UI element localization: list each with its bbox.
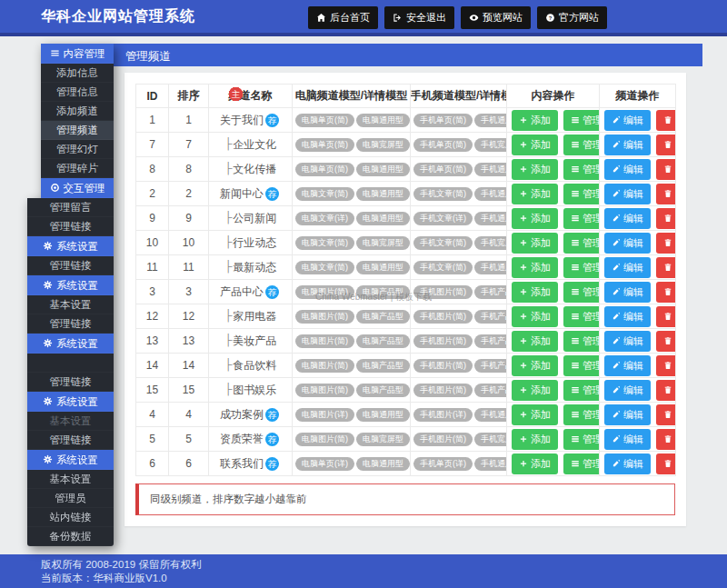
sidebar-item-16[interactable]	[27, 354, 114, 373]
delete-channel-button[interactable]: 删除	[656, 159, 676, 180]
delete-channel-button[interactable]: 删除	[656, 110, 676, 131]
add-content-button[interactable]: 添加	[512, 404, 558, 425]
delete-channel-button[interactable]: 删除	[656, 282, 676, 303]
sidebar-item-14[interactable]: 管理链接	[27, 314, 114, 334]
add-content-button[interactable]: 添加	[512, 208, 558, 229]
sidebar-item-9[interactable]: 管理链接	[27, 217, 114, 236]
edit-channel-button[interactable]: 编辑	[604, 331, 651, 352]
sidebar-section-15[interactable]: 系统设置	[27, 334, 114, 354]
manage-content-button[interactable]: 管理	[563, 380, 600, 401]
cell-pc-models: 电脑单页(简)电脑通用型	[293, 157, 411, 182]
manage-content-button[interactable]: 管理	[563, 135, 600, 155]
sidebar-item-17[interactable]: 管理链接	[27, 373, 114, 392]
manage-content-button[interactable]: 管理	[563, 331, 600, 352]
sidebar-item-24[interactable]: 站内链接	[27, 508, 114, 527]
delete-channel-button[interactable]: 删除	[656, 306, 676, 327]
sidebar-item-2[interactable]: 管理信息	[41, 83, 114, 102]
add-content-button[interactable]: 添加	[512, 306, 558, 327]
sidebar-item-1[interactable]: 添加信息	[41, 64, 114, 83]
delete-channel-button[interactable]: 删除	[656, 429, 676, 450]
sidebar-section-10[interactable]: 系统设置	[27, 236, 114, 256]
sidebar-item-22[interactable]: 基本设置	[27, 470, 114, 489]
add-content-button[interactable]: 添加	[512, 135, 558, 155]
cell-mobile-models: 手机图片(简)手机产品型	[411, 280, 507, 304]
pc-model-pill: 电脑文章(简)	[295, 261, 354, 274]
column-header: 排序	[169, 85, 209, 108]
delete-channel-button[interactable]: 删除	[656, 453, 676, 474]
edit-channel-button[interactable]: 编辑	[604, 208, 651, 229]
manage-content-button[interactable]: 管理	[563, 184, 600, 204]
sidebar-section-0[interactable]: 内容管理	[41, 44, 114, 64]
sidebar-item-8[interactable]: 管理留言	[27, 198, 114, 217]
manage-content-button[interactable]: 管理	[563, 429, 600, 450]
topnav-official-button[interactable]: ?官方网站	[537, 6, 607, 29]
add-content-button[interactable]: 添加	[512, 453, 558, 474]
edit-channel-button[interactable]: 编辑	[604, 380, 651, 401]
manage-content-button[interactable]: 管理	[563, 208, 600, 229]
cell-pc-models: 电脑单页(简)电脑通用型	[293, 108, 411, 133]
edit-channel-button[interactable]: 编辑	[604, 257, 651, 278]
add-content-button[interactable]: 添加	[512, 184, 558, 204]
manage-content-button[interactable]: 管理	[563, 404, 600, 425]
mobile-model-pill: 手机宽屏型	[474, 236, 507, 250]
topnav-preview-button[interactable]: 预览网站	[461, 6, 531, 29]
sidebar-item-5[interactable]: 管理幻灯	[41, 140, 114, 159]
delete-channel-button[interactable]: 删除	[656, 257, 676, 278]
sidebar-item-3[interactable]: 添加频道	[41, 102, 114, 121]
manage-content-button[interactable]: 管理	[563, 233, 600, 254]
delete-channel-button[interactable]: 删除	[656, 208, 676, 229]
trash-icon	[663, 385, 672, 394]
add-content-button[interactable]: 添加	[512, 355, 558, 376]
edit-channel-button[interactable]: 编辑	[604, 282, 651, 303]
delete-channel-button[interactable]: 删除	[656, 135, 676, 155]
edit-channel-button[interactable]: 编辑	[604, 453, 651, 474]
delete-channel-button[interactable]: 删除	[656, 355, 676, 376]
add-content-button[interactable]: 添加	[512, 331, 558, 352]
sidebar-item-23[interactable]: 管理员	[27, 489, 114, 508]
edit-channel-button[interactable]: 编辑	[604, 159, 651, 180]
sidebar-item-6[interactable]: 管理碎片	[41, 159, 114, 178]
manage-content-button[interactable]: 管理	[563, 453, 600, 474]
sidebar-item-4[interactable]: 管理频道	[41, 121, 114, 140]
manage-content-button[interactable]: 管理	[563, 282, 600, 303]
manage-content-button[interactable]: 管理	[563, 355, 600, 376]
add-content-button[interactable]: 添加	[512, 233, 558, 254]
sidebar-section-18[interactable]: 系统设置	[27, 392, 114, 412]
edit-channel-button[interactable]: 编辑	[604, 404, 651, 425]
add-content-button[interactable]: 添加	[512, 282, 558, 303]
add-content-button[interactable]: 添加	[512, 257, 558, 278]
edit-channel-button[interactable]: 编辑	[604, 135, 651, 155]
delete-channel-button[interactable]: 删除	[656, 184, 676, 204]
edit-channel-button[interactable]: 编辑	[604, 355, 651, 376]
delete-channel-button[interactable]: 删除	[656, 380, 676, 401]
sidebar-item-20[interactable]: 管理链接	[27, 431, 114, 450]
sidebar-item-13[interactable]: 基本设置	[27, 295, 114, 314]
delete-channel-button[interactable]: 删除	[656, 233, 676, 254]
sidebar-item-19[interactable]: 基本设置	[27, 412, 114, 431]
add-content-button[interactable]: 添加	[512, 429, 558, 450]
cell-channel-name: ├图书娱乐	[209, 378, 293, 403]
manage-content-button[interactable]: 管理	[563, 159, 600, 180]
sidebar-section-7[interactable]: 交互管理	[41, 178, 114, 198]
sidebar-section-12[interactable]: 系统设置	[27, 275, 114, 295]
channel-name: 资质荣誉	[220, 433, 264, 445]
edit-channel-button[interactable]: 编辑	[604, 233, 651, 254]
manage-content-button[interactable]: 管理	[563, 306, 600, 327]
manage-content-button[interactable]: 管理	[563, 257, 600, 278]
topnav-home-button[interactable]: 后台首页	[308, 6, 378, 29]
sidebar-item-11[interactable]: 管理链接	[27, 256, 114, 275]
sidebar-section-21[interactable]: 系统设置	[27, 450, 114, 470]
delete-channel-button[interactable]: 删除	[656, 404, 676, 425]
add-content-button[interactable]: 添加	[512, 159, 558, 180]
topnav-logout-button[interactable]: 安全退出	[384, 6, 454, 29]
edit-channel-button[interactable]: 编辑	[604, 184, 651, 204]
delete-channel-button[interactable]: 删除	[656, 331, 676, 352]
edit-channel-button[interactable]: 编辑	[604, 110, 651, 131]
manage-content-button[interactable]: 管理	[563, 110, 600, 131]
add-content-button[interactable]: 添加	[512, 380, 558, 401]
add-content-button[interactable]: 添加	[512, 110, 558, 131]
sidebar-item-25[interactable]: 备份数据	[27, 527, 114, 546]
edit-channel-button[interactable]: 编辑	[604, 306, 651, 327]
edit-channel-button[interactable]: 编辑	[604, 429, 651, 450]
topnav-label: 后台首页	[330, 11, 370, 25]
